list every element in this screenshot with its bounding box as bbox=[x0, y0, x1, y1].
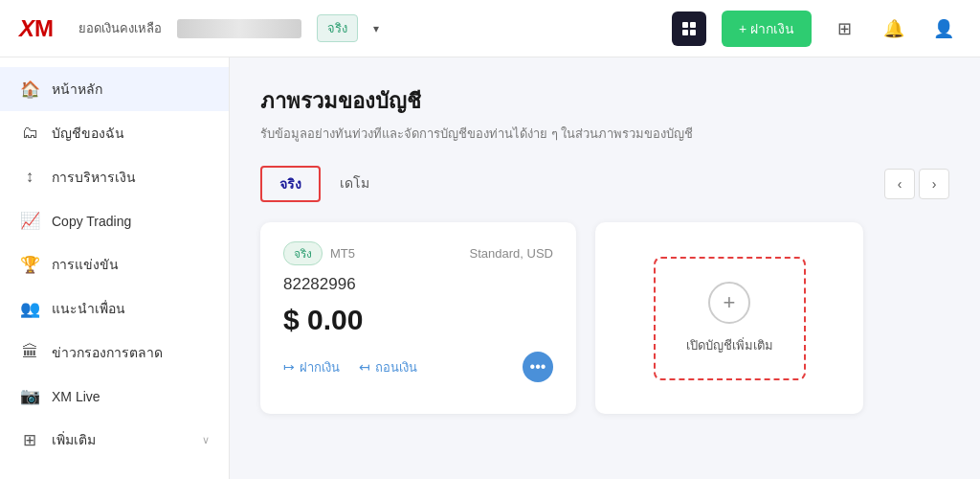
sidebar-item-copy-trading[interactable]: 📈 Copy Trading bbox=[0, 199, 229, 242]
withdraw-link[interactable]: ↤ ถอนเงิน bbox=[359, 357, 417, 377]
account-balance: $ 0.00 bbox=[283, 304, 553, 336]
deposit-link-label: ฝากเงิน bbox=[300, 357, 340, 377]
header: XM ยอดเงินคงเหลือ จริง ▾ + ฝากเงิน ⊞ 🔔 👤 bbox=[0, 0, 980, 57]
tab-demo[interactable]: เดโม bbox=[321, 165, 389, 203]
badge-live: จริง bbox=[283, 241, 323, 265]
balance-type-button[interactable]: จริง bbox=[317, 14, 358, 42]
withdraw-arrow-icon: ↤ bbox=[359, 359, 370, 375]
more-chevron-icon: ∨ bbox=[202, 434, 210, 446]
logo: XM bbox=[19, 15, 54, 42]
sidebar-item-home[interactable]: 🏠 หน้าหลัก bbox=[0, 67, 229, 111]
page-title: ภาพรวมของบัญชี bbox=[260, 84, 949, 118]
sidebar-item-accounts[interactable]: 🗂 บัญชีของฉัน bbox=[0, 111, 229, 155]
add-plus-icon: + bbox=[708, 282, 750, 324]
add-account-button[interactable]: + เปิดบัญชีเพิ่มเติม bbox=[654, 257, 806, 380]
apps-icon-button[interactable]: ⊞ bbox=[827, 11, 861, 46]
sidebar-item-more[interactable]: ⊞ เพิ่มเติม ∨ bbox=[0, 418, 229, 462]
sidebar-label-competition: การแข่งขัน bbox=[52, 254, 210, 275]
account-card: จริง MT5 Standard, USD 82282996 $ 0.00 ↦… bbox=[260, 222, 576, 414]
add-account-card: + เปิดบัญชีเพิ่มเติม bbox=[595, 222, 863, 414]
card-top: จริง MT5 Standard, USD bbox=[283, 241, 553, 265]
tab-bar: จริง เดโม ‹ › bbox=[260, 165, 949, 203]
layout: 🏠 หน้าหลัก 🗂 บัญชีของฉัน ↕ การบริหารเงิน… bbox=[0, 57, 980, 479]
sidebar-label-referral: แนะนำเพื่อน bbox=[52, 298, 210, 319]
sidebar-label-market-news: ข่าวกรองการตลาด bbox=[52, 342, 210, 363]
page-subtitle: รับข้อมูลอย่างทันท่วงทีและจัดการบัญชีของ… bbox=[260, 124, 949, 144]
nav-next-button[interactable]: › bbox=[919, 169, 949, 199]
notification-icon-button[interactable]: 🔔 bbox=[877, 11, 911, 46]
accounts-icon: 🗂 bbox=[19, 124, 40, 143]
main-content: ภาพรวมของบัญชี รับข้อมูลอย่างทันท่วงทีแล… bbox=[230, 57, 980, 479]
account-number: 82282996 bbox=[283, 275, 553, 294]
sidebar: 🏠 หน้าหลัก 🗂 บัญชีของฉัน ↕ การบริหารเงิน… bbox=[0, 57, 230, 479]
sidebar-item-market-news[interactable]: 🏛 ข่าวกรองการตลาด bbox=[0, 331, 229, 375]
sidebar-item-competition[interactable]: 🏆 การแข่งขัน bbox=[0, 242, 229, 286]
add-account-label: เปิดบัญชีเพิ่มเติม bbox=[686, 335, 773, 355]
balance-blur bbox=[177, 19, 301, 38]
tab-real[interactable]: จริง bbox=[260, 166, 321, 202]
withdraw-link-label: ถอนเงิน bbox=[375, 357, 417, 377]
card-actions: ↦ ฝากเงิน ↤ ถอนเงิน ••• bbox=[283, 352, 553, 382]
sidebar-item-xm-live[interactable]: 📷 XM Live bbox=[0, 375, 229, 418]
sidebar-label-xm-live: XM Live bbox=[52, 389, 210, 404]
home-icon: 🏠 bbox=[19, 80, 40, 100]
profile-icon-button[interactable]: 👤 bbox=[926, 11, 961, 46]
grid-icon bbox=[682, 22, 696, 35]
xm-live-icon: 📷 bbox=[19, 386, 40, 406]
deposit-button[interactable]: + ฝากเงิน bbox=[722, 11, 812, 47]
competition-icon: 🏆 bbox=[19, 255, 40, 275]
nav-arrows: ‹ › bbox=[884, 169, 949, 199]
balance-label: ยอดเงินคงเหลือ bbox=[78, 18, 162, 38]
sidebar-label-money-mgmt: การบริหารเงิน bbox=[52, 167, 210, 188]
deposit-link[interactable]: ↦ ฝากเงิน bbox=[283, 357, 340, 377]
referral-icon: 👥 bbox=[19, 299, 40, 319]
sidebar-item-money-mgmt[interactable]: ↕ การบริหารเงิน bbox=[0, 155, 229, 199]
money-mgmt-icon: ↕ bbox=[19, 168, 40, 187]
deposit-arrow-icon: ↦ bbox=[283, 359, 295, 375]
badge-mt5: MT5 bbox=[330, 246, 355, 261]
more-icon: ⊞ bbox=[19, 430, 40, 450]
nav-prev-button[interactable]: ‹ bbox=[884, 169, 915, 199]
market-news-icon: 🏛 bbox=[19, 343, 40, 362]
badge-account-type: Standard, USD bbox=[470, 246, 553, 261]
sidebar-label-copy-trading: Copy Trading bbox=[52, 214, 210, 229]
balance-chevron-icon[interactable]: ▾ bbox=[373, 22, 379, 35]
sidebar-item-referral[interactable]: 👥 แนะนำเพื่อน bbox=[0, 286, 229, 331]
grid-view-button[interactable] bbox=[672, 11, 706, 46]
sidebar-label-more: เพิ่มเติม bbox=[52, 429, 190, 450]
sidebar-label-home: หน้าหลัก bbox=[52, 79, 210, 100]
sidebar-label-accounts: บัญชีของฉัน bbox=[52, 123, 210, 144]
copy-trading-icon: 📈 bbox=[19, 211, 40, 231]
cards-row: จริง MT5 Standard, USD 82282996 $ 0.00 ↦… bbox=[260, 222, 949, 414]
more-options-button[interactable]: ••• bbox=[523, 352, 553, 382]
